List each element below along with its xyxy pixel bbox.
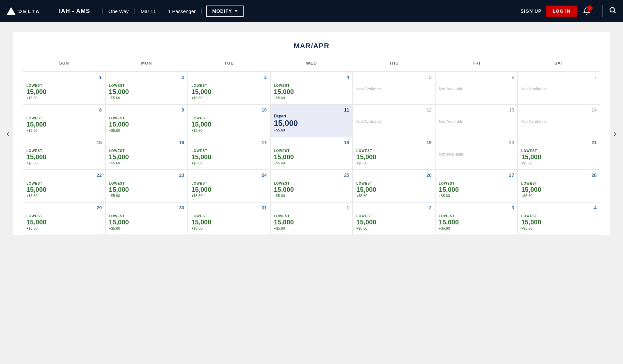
- cell-miles: 15,000: [439, 186, 514, 193]
- cell-fee: +$5.60: [521, 226, 597, 230]
- delta-triangle-icon: [7, 7, 16, 15]
- day-header-tue: TUE: [188, 58, 270, 68]
- cell-day-number: 8: [99, 107, 102, 113]
- calendar-cell[interactable]: 31LOWEST15,000+$5.60: [188, 202, 270, 235]
- login-button[interactable]: LOG IN: [546, 6, 577, 17]
- calendar-cell[interactable]: 17LOWEST15,000+$5.60: [188, 137, 270, 170]
- calendar-cell: 7Not Available: [518, 72, 600, 104]
- calendar-prev-button[interactable]: ‹: [7, 129, 9, 139]
- calendar-cell[interactable]: 22LOWEST15,000+$5.60: [23, 170, 105, 202]
- calendar-cell[interactable]: 27LOWEST15,000+$5.60: [435, 170, 518, 202]
- cell-miles: 15,000: [274, 88, 349, 95]
- cell-miles: 15,000: [109, 219, 184, 226]
- header-divider-2: [96, 5, 96, 17]
- calendar-cell[interactable]: 30LOWEST15,000+$5.60: [105, 202, 188, 235]
- calendar-cell[interactable]: 23LOWEST15,000+$5.60: [105, 170, 188, 202]
- cell-miles: 15,000: [521, 153, 597, 160]
- cell-miles: 15,000: [26, 186, 102, 193]
- cell-day-number: 13: [509, 107, 514, 113]
- cell-miles: 15,000: [521, 186, 597, 193]
- calendar-cell[interactable]: 28LOWEST15,000+$5.60: [518, 170, 600, 202]
- calendar-cell[interactable]: 3LOWEST15,000+$5.60: [188, 72, 270, 104]
- cell-day-number: 5: [429, 75, 432, 80]
- cell-lowest-label: LOWEST: [274, 84, 349, 87]
- cell-fee: +$5.60: [26, 226, 102, 230]
- cell-miles: 15,000: [191, 88, 267, 95]
- calendar-cell[interactable]: 2LOWEST15,000+$5.60: [353, 202, 435, 235]
- cell-lowest-label: LOWEST: [191, 214, 267, 218]
- cell-not-available-label: Not Available: [356, 86, 432, 91]
- cell-fee: +$5.60: [356, 161, 432, 165]
- calendar-cell[interactable]: 18LOWEST15,000+$5.60: [270, 137, 353, 170]
- calendar-cell[interactable]: 15LOWEST15,000+$5.60: [23, 137, 105, 170]
- cell-day-number: 11: [344, 107, 349, 113]
- calendar-cell[interactable]: 4LOWEST15,000+$5.60: [270, 72, 353, 104]
- calendar-cell[interactable]: 1LOWEST15,000+$5.60: [23, 72, 105, 104]
- cell-day-number: 18: [344, 140, 349, 145]
- cell-not-available-label: Not Available: [356, 119, 432, 124]
- cell-day-number: 30: [179, 205, 184, 210]
- day-header-wed: WED: [270, 58, 353, 68]
- calendar-cell[interactable]: 10LOWEST15,000+$5.60: [188, 104, 270, 137]
- cell-not-available-label: Not Available: [439, 119, 514, 124]
- cell-miles: 15,000: [109, 186, 184, 193]
- calendar-next-button[interactable]: ›: [614, 129, 616, 139]
- day-header-thu: THU: [353, 58, 435, 68]
- cell-not-available-label: Not Available: [521, 86, 597, 91]
- cell-lowest-label: LOWEST: [521, 182, 597, 185]
- cell-lowest-label: LOWEST: [356, 214, 432, 218]
- calendar-cell[interactable]: 1LOWEST15,000+$5.60: [270, 202, 353, 235]
- trip-date: Mar 11: [135, 8, 162, 14]
- calendar-cell[interactable]: 3LOWEST15,000+$5.60: [435, 202, 518, 235]
- search-button[interactable]: [609, 6, 616, 16]
- calendar-cell: 6Not Available: [435, 72, 518, 104]
- calendar-cell[interactable]: 16LOWEST15,000+$5.60: [105, 137, 188, 170]
- cell-lowest-label: LOWEST: [26, 84, 102, 87]
- notification-badge: 3: [587, 5, 593, 11]
- cell-fee: +$5.60: [274, 226, 349, 230]
- calendar-cell[interactable]: 8LOWEST15,000+$5.60: [23, 104, 105, 137]
- calendar-cell[interactable]: 19LOWEST15,000+$5.60: [353, 137, 435, 170]
- cell-fee: +$5.60: [26, 96, 102, 100]
- modify-arrow-icon: [234, 10, 238, 12]
- calendar-cell[interactable]: 25LOWEST15,000+$5.60: [270, 170, 353, 202]
- cell-miles: 15,000: [274, 186, 349, 193]
- cell-miles: 15,000: [26, 121, 102, 128]
- calendar-cell[interactable]: 2LOWEST15,000+$5.60: [105, 72, 188, 104]
- notifications-button[interactable]: 3: [583, 7, 591, 15]
- cell-miles: 15,000: [26, 153, 102, 160]
- cell-day-number: 9: [182, 107, 184, 113]
- cell-day-number: 3: [264, 75, 267, 80]
- cell-not-available-label: Not Available: [439, 152, 514, 157]
- cell-miles: 15,000: [274, 219, 349, 226]
- cell-day-number: 14: [591, 107, 597, 113]
- cell-day-number: 23: [179, 173, 184, 178]
- cell-lowest-label: LOWEST: [109, 116, 184, 120]
- calendar-cell[interactable]: 21LOWEST15,000+$5.60: [518, 137, 600, 170]
- calendar-cell[interactable]: 9LOWEST15,000+$5.60: [105, 104, 188, 137]
- cell-lowest-label: LOWEST: [191, 84, 267, 87]
- cell-day-number: 15: [97, 140, 102, 145]
- calendar-cell[interactable]: 26LOWEST15,000+$5.60: [353, 170, 435, 202]
- modify-button[interactable]: MODIFY: [206, 6, 244, 17]
- day-header-sun: SUN: [23, 58, 105, 68]
- cell-fee: +$5.60: [521, 161, 597, 165]
- cell-lowest-label: LOWEST: [274, 214, 349, 218]
- cell-fee: +$5.60: [274, 128, 349, 132]
- calendar-cell[interactable]: 29LOWEST15,000+$5.60: [23, 202, 105, 235]
- calendar-cell[interactable]: 4LOWEST15,000+$5.60: [518, 202, 600, 235]
- cell-day-number: 31: [262, 205, 267, 210]
- cell-lowest-label: LOWEST: [356, 149, 432, 153]
- cell-lowest-label: LOWEST: [191, 149, 267, 153]
- calendar-cell[interactable]: 24LOWEST15,000+$5.60: [188, 170, 270, 202]
- header-divider-1: [53, 5, 53, 17]
- cell-day-number: 27: [509, 173, 514, 178]
- signup-button[interactable]: SIGN UP: [520, 8, 542, 14]
- calendar-cell: 13Not Available: [435, 104, 518, 137]
- cell-day-number: 20: [509, 140, 514, 145]
- calendar-cell[interactable]: 11Depart15,000+$5.60: [270, 104, 353, 137]
- cell-fee: +$5.60: [109, 226, 184, 230]
- cell-fee: +$5.60: [191, 161, 267, 165]
- cell-day-number: 3: [512, 205, 514, 210]
- cell-miles: 15,000: [191, 186, 267, 193]
